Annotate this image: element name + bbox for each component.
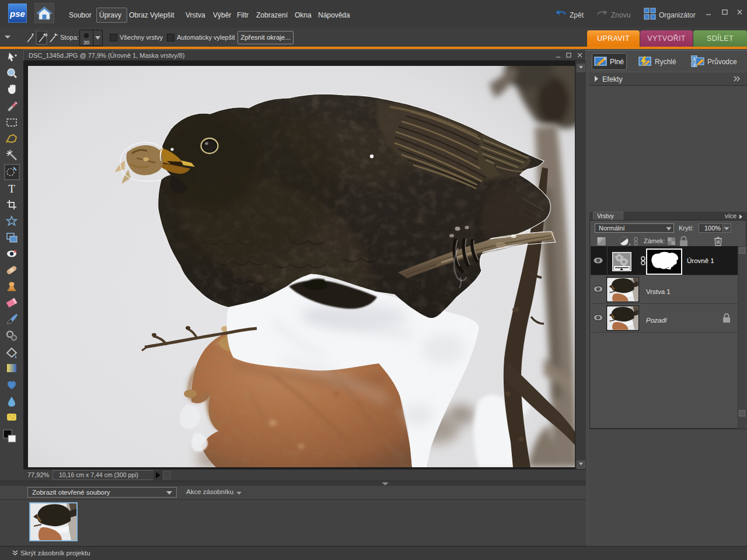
svg-text:30: 30 bbox=[83, 39, 90, 46]
svg-text:pse: pse bbox=[9, 9, 25, 19]
svg-text:T: T bbox=[8, 183, 15, 195]
